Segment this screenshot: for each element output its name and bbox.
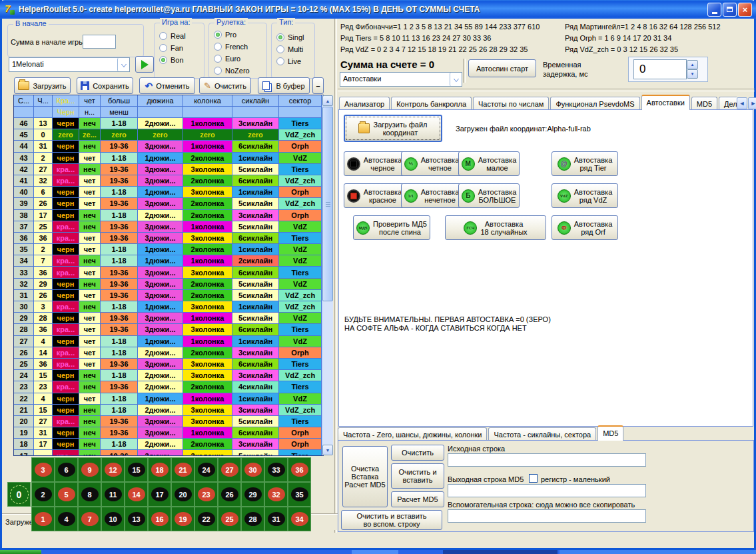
board-cell-15[interactable]: 15 [125, 457, 148, 482]
taskbar-button[interactable] [560, 550, 756, 554]
column-header[interactable]: сектор [279, 95, 322, 107]
scroll-down-icon[interactable]: ▼ [322, 445, 333, 455]
autobet-button-rnd[interactable]: ГСЧАвтоставка18 случайных [445, 215, 546, 240]
toolbar-button-clean[interactable]: ✎Очистить [199, 77, 251, 94]
tab-2[interactable]: Контроль банкролла [391, 97, 472, 110]
column-header[interactable]: Кра... [53, 95, 79, 107]
toolbar-button-open-folder[interactable]: Загрузить [14, 77, 71, 94]
maximize-button[interactable] [723, 3, 737, 17]
tab-6[interactable]: MD5 [691, 97, 717, 110]
tab-scroll-left-icon[interactable]: ◄ [737, 97, 747, 109]
board-cell-8[interactable]: 8 [78, 482, 101, 507]
source-string-input[interactable] [448, 453, 646, 467]
freq-tab-2[interactable]: Частота - сиклайны, сектора [488, 427, 596, 441]
autobet-button-odd[interactable]: 1/1Автоставканечетное [401, 183, 462, 208]
column-header[interactable]: Ч... [34, 95, 53, 107]
radio-option-bon[interactable]: Bon [159, 54, 186, 66]
board-cell-6[interactable]: 6 [55, 457, 78, 482]
chevron-down-icon[interactable] [450, 73, 462, 86]
column-header[interactable] [183, 107, 232, 118]
radio-option-multi[interactable]: Multi [276, 43, 304, 55]
board-cell-29[interactable]: 29 [241, 482, 264, 507]
board-cell-12[interactable]: 12 [101, 457, 125, 482]
clear-paste-calc-button[interactable]: ОчисткаВставкаРасчет MD5 [342, 446, 388, 507]
board-cell-4[interactable]: 4 [55, 507, 78, 531]
board-cell-7[interactable]: 7 [78, 507, 101, 531]
radio-option-euro[interactable]: Euro [214, 53, 250, 65]
column-header[interactable]: менш [101, 107, 138, 118]
taskbar-button[interactable] [443, 550, 558, 554]
scrollbar-thumb[interactable] [322, 107, 333, 301]
board-cell-36[interactable]: 36 [288, 457, 311, 482]
radio-option-pro[interactable]: Pro [214, 29, 250, 41]
autospin-start-button[interactable]: Автоспин старт [468, 59, 536, 77]
radio-option-real[interactable]: Real [159, 30, 186, 42]
autobet-button-small[interactable]: МАвтоставкамалое [458, 151, 520, 176]
freq-tab-1[interactable]: Частота - Zero, шансы, дюжины, колонки [338, 427, 487, 441]
board-cell-18[interactable]: 18 [148, 457, 171, 482]
calc-md5-button[interactable]: Расчет MD5 [391, 491, 444, 507]
radio-option-fan[interactable]: Fan [159, 42, 186, 54]
board-cell-35[interactable]: 35 [288, 482, 311, 507]
output-string-input[interactable] [448, 484, 646, 497]
board-cell-2[interactable]: 2 [31, 482, 55, 507]
board-cell-5[interactable]: 5 [55, 482, 78, 507]
board-cell-11[interactable]: 11 [101, 482, 125, 507]
chevron-down-icon[interactable] [117, 58, 129, 71]
panel-splitter[interactable] [334, 19, 337, 533]
radio-option-singl[interactable]: Singl [276, 31, 304, 43]
board-cell-22[interactable]: 22 [194, 507, 218, 531]
lowercase-checkbox[interactable] [529, 474, 538, 483]
radio-option-french[interactable]: French [214, 41, 250, 53]
tab-scroll-right-icon[interactable]: ► [748, 97, 756, 109]
board-cell-1[interactable]: 1 [31, 507, 55, 531]
autobet-button-black[interactable]: Автоставкачерное [344, 151, 405, 176]
taskbar-button[interactable] [352, 550, 398, 554]
board-cell-9[interactable]: 9 [78, 457, 101, 482]
column-header[interactable]: колонка [183, 95, 232, 107]
aux-string-input[interactable] [448, 509, 646, 523]
autobet-button-orf[interactable]: ФАвтоставкаряд Orf [552, 215, 618, 240]
board-cell-28[interactable]: 28 [241, 507, 264, 531]
column-header[interactable]: Черн [53, 107, 79, 118]
board-cell-24[interactable]: 24 [194, 457, 218, 482]
board-cell-13[interactable]: 13 [125, 507, 148, 531]
clear-button[interactable]: Очистить [391, 445, 444, 461]
delay-spinner-value[interactable]: 0 [633, 59, 687, 79]
autobet-button-even[interactable]: ½Автоставкачетное [401, 151, 462, 176]
clear-paste-aux-button[interactable]: Очистить и вставитьво вспом. строку [341, 510, 442, 530]
toolbar-button-copy[interactable]: В буфер [258, 77, 310, 94]
tab-1[interactable]: Анализатор [339, 97, 390, 110]
column-header[interactable]: чет [79, 95, 101, 107]
toolbar-button-save[interactable]: Сохранить [77, 77, 133, 94]
column-header[interactable] [138, 107, 183, 118]
toolbar-button-undo[interactable]: ↶Отменить [139, 77, 195, 94]
start-button[interactable] [0, 550, 41, 554]
column-header[interactable]: н... [79, 107, 101, 118]
close-button[interactable]: × [738, 3, 752, 17]
board-cell-23[interactable]: 23 [194, 482, 218, 507]
board-cell-21[interactable]: 21 [171, 457, 194, 482]
column-header[interactable]: С... [14, 95, 34, 107]
radio-option-live[interactable]: Live [276, 55, 304, 67]
minimize-button[interactable] [707, 3, 721, 17]
board-cell-33[interactable]: 33 [264, 457, 288, 482]
board-cell-16[interactable]: 16 [148, 507, 171, 531]
radio-option-nozero[interactable]: NoZero [214, 65, 250, 77]
board-cell-zero[interactable]: 0 [7, 482, 31, 507]
autobet-button-md5[interactable]: МД5Проверить МД5после спина [353, 215, 430, 240]
spinner-down-button[interactable]: ▼ [687, 69, 698, 79]
autobet-button-big[interactable]: БАвтоставкаБОЛЬШОЕ [458, 183, 520, 208]
column-header[interactable]: больш [101, 95, 138, 107]
tab-5[interactable]: Автоставки [641, 95, 690, 110]
column-header[interactable]: дюжина [138, 95, 183, 107]
column-header[interactable] [14, 107, 34, 118]
board-cell-32[interactable]: 32 [264, 482, 288, 507]
board-cell-14[interactable]: 14 [125, 482, 148, 507]
board-cell-10[interactable]: 10 [101, 507, 125, 531]
play-button[interactable] [135, 56, 154, 73]
load-coordinates-button[interactable]: Загрузить файлкоординат [344, 115, 442, 142]
strategy-select[interactable]: 1Melonati [9, 57, 130, 72]
autobet-mode-select[interactable]: Автоставки [340, 72, 462, 87]
column-header[interactable]: сиклайн [232, 95, 279, 107]
